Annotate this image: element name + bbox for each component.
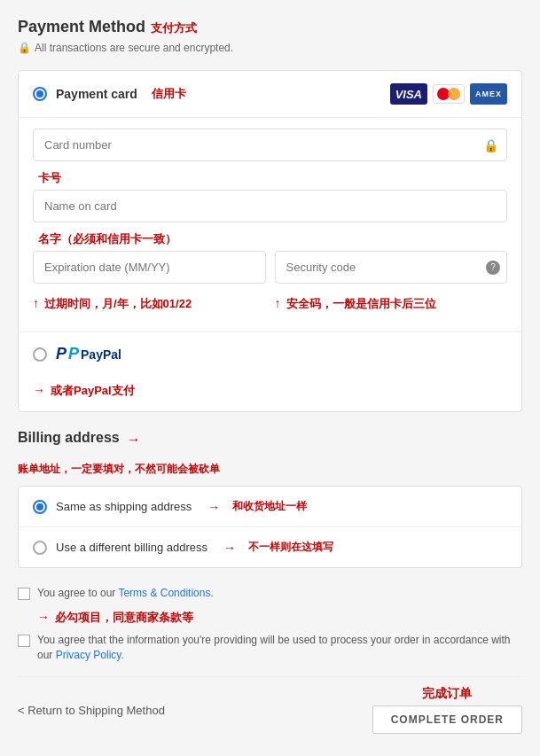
paypal-text: PayPal xyxy=(81,347,121,362)
card-lock-icon: 🔒 xyxy=(483,138,498,152)
terms-chinese: 必勾项目，同意商家条款等 xyxy=(55,610,193,626)
name-on-card-input[interactable] xyxy=(33,190,507,222)
mastercard-logo xyxy=(433,84,465,104)
expiry-security-row: ? xyxy=(33,251,507,292)
privacy-checkbox-row: You agree that the information you're pr… xyxy=(18,633,522,663)
expiry-input[interactable] xyxy=(33,251,266,284)
card-logos: VISA AMEX xyxy=(390,83,507,105)
same-as-shipping-option[interactable]: Same as shipping address → 和收货地址一样 xyxy=(19,487,521,527)
card-fields: 🔒 卡号 名字（必须和信用卡一致） ? xyxy=(19,118,521,331)
footer-bar: < Return to Shipping Method 完成订单 COMPLET… xyxy=(18,676,522,734)
billing-section: Billing address → 账单地址，一定要填对，不然可能会被砍单 Sa… xyxy=(18,430,522,568)
expiry-chinese: 过期时间，月/年，比如01/22 xyxy=(44,296,192,312)
payment-card-option[interactable]: Payment card 信用卡 VISA AMEX xyxy=(19,71,521,118)
payment-card-label: Payment card xyxy=(56,87,137,101)
different-billing-radio[interactable] xyxy=(33,541,47,555)
expiry-wrapper xyxy=(33,251,266,284)
same-shipping-label: Same as shipping address xyxy=(56,500,192,513)
paypal-radio[interactable] xyxy=(33,347,47,362)
privacy-text: You agree that the information you're pr… xyxy=(37,633,522,663)
diff-billing-chinese: 不一样则在这填写 xyxy=(248,540,333,555)
payment-card-chinese: 信用卡 xyxy=(152,86,186,102)
complete-order-button[interactable]: COMPLETE ORDER xyxy=(372,705,522,734)
terms-annotation: → 必勾项目，同意商家条款等 xyxy=(37,610,522,626)
terms-checkbox[interactable] xyxy=(18,588,30,600)
same-shipping-chinese: 和收货地址一样 xyxy=(232,499,307,514)
billing-options: Same as shipping address → 和收货地址一样 Use a… xyxy=(18,486,522,568)
payment-card-section: Payment card 信用卡 VISA AMEX 🔒 卡号 名字（ xyxy=(18,70,522,412)
privacy-checkbox[interactable] xyxy=(18,635,30,647)
payment-card-radio[interactable] xyxy=(33,87,47,101)
terms-link[interactable]: Terms & Conditions. xyxy=(118,587,213,599)
visa-logo: VISA xyxy=(390,83,427,105)
different-billing-label: Use a different billing address xyxy=(56,541,207,554)
page-title-annotation: 支付方式 xyxy=(151,20,197,36)
paypal-chinese: 或者PayPal支付 xyxy=(51,383,135,399)
paypal-logo: P P PayPal xyxy=(56,345,121,363)
page-subtitle: 🔒 All transactions are secure and encryp… xyxy=(18,42,522,54)
lock-icon: 🔒 xyxy=(18,42,31,54)
back-to-shipping-link[interactable]: < Return to Shipping Method xyxy=(18,704,165,717)
checkbox-area: You agree to our Terms & Conditions. → 必… xyxy=(18,586,522,662)
name-on-card-wrapper xyxy=(33,190,507,222)
security-annotation-block: ↑ 安全码，一般是信用卡后三位 xyxy=(275,292,508,316)
page-title: Payment Method xyxy=(18,18,145,36)
privacy-link[interactable]: Privacy Policy. xyxy=(56,649,124,661)
security-wrapper: ? xyxy=(275,251,508,284)
security-code-input[interactable] xyxy=(275,251,508,284)
security-help-icon[interactable]: ? xyxy=(486,261,500,275)
amex-logo: AMEX xyxy=(470,83,507,105)
terms-arrow: → xyxy=(37,610,50,624)
paypal-annotation: → 或者PayPal支付 xyxy=(19,379,521,408)
terms-checkbox-row: You agree to our Terms & Conditions. xyxy=(18,586,522,601)
billing-annotation: 账单地址，一定要填对，不然可能会被砍单 xyxy=(18,462,522,477)
paypal-option[interactable]: P P PayPal xyxy=(19,331,521,376)
card-number-chinese: 卡号 xyxy=(38,170,61,186)
complete-order-block: 完成订单 COMPLETE ORDER xyxy=(372,686,522,734)
card-number-annotation: 卡号 xyxy=(33,170,507,186)
diff-billing-arrow: → xyxy=(223,541,236,555)
terms-text: You agree to our Terms & Conditions. xyxy=(37,586,214,601)
billing-arrow: → xyxy=(127,432,141,448)
security-arrow: ↑ xyxy=(275,296,281,310)
different-billing-option[interactable]: Use a different billing address → 不一样则在这… xyxy=(19,527,521,567)
same-shipping-radio[interactable] xyxy=(33,500,47,514)
billing-title: Billing address xyxy=(18,430,120,446)
card-number-input[interactable] xyxy=(33,129,507,161)
same-shipping-arrow: → xyxy=(207,500,220,514)
security-chinese: 安全码，一般是信用卡后三位 xyxy=(286,296,436,312)
expiry-arrow: ↑ xyxy=(33,296,39,310)
name-chinese: 名字（必须和信用卡一致） xyxy=(38,231,176,247)
paypal-p2: P xyxy=(68,345,79,363)
payment-card-left: Payment card 信用卡 xyxy=(33,86,186,102)
complete-annotation: 完成订单 xyxy=(372,686,522,702)
expiry-annotation-block: ↑ 过期时间，月/年，比如01/22 xyxy=(33,292,266,316)
paypal-p1: P xyxy=(56,345,67,363)
card-number-wrapper: 🔒 xyxy=(33,129,507,161)
name-annotation: 名字（必须和信用卡一致） xyxy=(33,231,507,247)
paypal-arrow: → xyxy=(33,383,45,397)
